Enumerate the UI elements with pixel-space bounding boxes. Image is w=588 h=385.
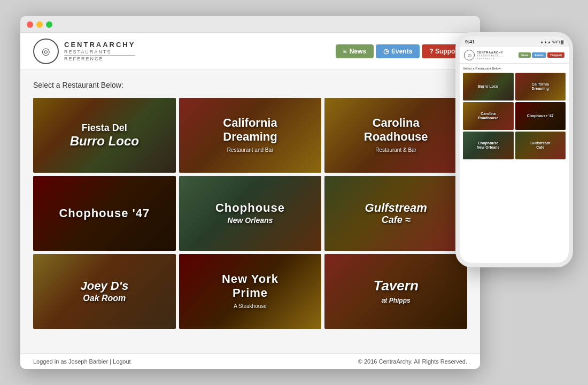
phone-card-overlay: Chophouse '47 — [515, 102, 566, 130]
phone-support-button[interactable]: ?Support — [547, 52, 564, 58]
phone-time: 9:41 — [465, 39, 475, 44]
restaurant-name: GulfstreamCafe ≈ — [360, 201, 432, 226]
maximize-dot[interactable] — [46, 21, 52, 28]
brand-name: CENTRAARCHY — [64, 41, 135, 49]
browser-titlebar — [20, 16, 480, 33]
footer-login: Logged in as Joseph Barbier | Logout — [33, 358, 131, 365]
page-instruction: Select a Restaurant Below: — [33, 81, 467, 89]
nav-buttons: ≡ News ◷ Events ? Support — [336, 44, 467, 58]
phone-logo-text: CENTRAARCHY RESTAURANTS REFERENCE — [477, 51, 504, 60]
restaurant-name: Chophouse '47 — [53, 206, 155, 220]
phone-instruction: Select a Restaurant Below: — [463, 67, 566, 70]
phone-logo-icon: ◎ — [464, 50, 475, 60]
restaurant-card-joey-ds[interactable]: Joey D'sOak Room — [33, 254, 176, 329]
phone-notch: 9:41 ▲▲▲ WiFi ▓ — [460, 36, 569, 47]
phone-card-gulfstream[interactable]: GulfstreamCafe — [515, 132, 566, 159]
restaurant-name: CaliforniaDreamingRestaurant and Bar — [218, 116, 282, 154]
card-overlay: Tavernat Phipps — [324, 254, 467, 329]
phone-brand: CENTRAARCHY — [477, 51, 504, 54]
card-overlay: CaliforniaDreamingRestaurant and Bar — [179, 98, 322, 173]
restaurant-card-chophouse-new-orleans[interactable]: ChophouseNew Orleans — [179, 176, 322, 251]
restaurant-card-california-dreaming[interactable]: CaliforniaDreamingRestaurant and Bar — [179, 98, 322, 173]
restaurant-card-burro-loco[interactable]: Fiesta DelBurro Loco — [33, 98, 176, 173]
phone-card-chophouse47[interactable]: Chophouse '47 — [515, 102, 566, 130]
logout-link[interactable]: Logout — [113, 358, 131, 365]
restaurant-card-chophouse47[interactable]: Chophouse '47 — [33, 176, 176, 251]
browser-window: ◎ CENTRAARCHY RESTAURANTS REFERENCE ≡ Ne… — [20, 16, 480, 369]
phone-card-burro[interactable]: Burro Loco — [463, 73, 514, 101]
minimize-dot[interactable] — [36, 21, 43, 28]
phone-card-name: CaliforniaDreaming — [530, 82, 551, 91]
footer-copyright: © 2016 CentraArchy. All Rights Reserved. — [358, 358, 467, 365]
phone-card-overlay: CaliforniaDreaming — [515, 73, 566, 101]
card-overlay: GulfstreamCafe ≈ — [324, 176, 467, 251]
restaurant-name: Tavernat Phipps — [368, 278, 424, 305]
restaurant-card-gulfstream[interactable]: GulfstreamCafe ≈ — [324, 176, 467, 251]
news-button[interactable]: ≡ News — [336, 44, 374, 58]
phone-card-chophouse-no[interactable]: ChophouseNew Orleans — [463, 132, 514, 159]
restaurant-name: CarolinaRoadhouseRestaurant & Bar — [359, 116, 434, 154]
phone-card-name: ChophouseNew Orleans — [475, 141, 501, 150]
phone-status: ▲▲▲ WiFi ▓ — [540, 40, 563, 44]
logo-area: ◎ CENTRAARCHY RESTAURANTS REFERENCE — [33, 38, 135, 64]
brand-ref: REFERENCE — [64, 55, 135, 62]
app-header: ◎ CENTRAARCHY RESTAURANTS REFERENCE ≡ Ne… — [20, 33, 480, 70]
phone-card-overlay: Burro Loco — [463, 73, 514, 101]
restaurant-grid: Fiesta DelBurro Loco CaliforniaDreamingR… — [33, 98, 467, 329]
phone-card-overlay: GulfstreamCafe — [515, 132, 566, 159]
phone-card-overlay: ChophouseNew Orleans — [463, 132, 514, 159]
restaurant-name: ChophouseNew Orleans — [210, 201, 290, 226]
restaurant-card-carolina-roadhouse[interactable]: CarolinaRoadhouseRestaurant & Bar — [324, 98, 467, 173]
phone-header: ◎ CENTRAARCHY RESTAURANTS REFERENCE News… — [460, 47, 569, 64]
card-overlay: ChophouseNew Orleans — [179, 176, 322, 251]
phone-card-name: CarolinaRoadhouse — [476, 112, 500, 121]
phone-card-california[interactable]: CaliforniaDreaming — [515, 73, 566, 101]
app-footer: Logged in as Joseph Barbier | Logout © 2… — [20, 353, 480, 369]
phone-grid: Burro Loco CaliforniaDreaming CarolinaRo… — [463, 73, 566, 159]
card-overlay: New YorkPrimeA Steakhouse — [179, 254, 322, 329]
card-overlay: Chophouse '47 — [33, 176, 176, 251]
phone-logo-area: ◎ CENTRAARCHY RESTAURANTS REFERENCE — [464, 50, 504, 60]
app-container: ◎ CENTRAARCHY RESTAURANTS REFERENCE ≡ Ne… — [20, 33, 480, 369]
restaurant-name: Fiesta DelBurro Loco — [65, 122, 144, 148]
phone-card-name: Chophouse '47 — [525, 114, 555, 118]
events-button[interactable]: ◷ Events — [376, 44, 420, 58]
phone-card-name: Burro Loco — [476, 84, 500, 89]
phone-main: Select a Restaurant Below: Burro Loco Ca… — [460, 64, 569, 263]
restaurant-name: Joey D'sOak Room — [75, 279, 134, 304]
mobile-phone: 9:41 ▲▲▲ WiFi ▓ ◎ CENTRAARCHY RESTAURANT… — [455, 32, 573, 267]
card-overlay: CarolinaRoadhouseRestaurant & Bar — [324, 98, 467, 173]
restaurant-card-tavern[interactable]: Tavernat Phipps — [324, 254, 467, 329]
restaurant-card-new-york-prime[interactable]: New YorkPrimeA Steakhouse — [179, 254, 322, 329]
phone-card-name: GulfstreamCafe — [529, 141, 552, 150]
logo-text: CENTRAARCHY RESTAURANTS REFERENCE — [64, 41, 135, 61]
phone-events-button[interactable]: Events — [532, 52, 546, 58]
phone-card-overlay: CarolinaRoadhouse — [463, 102, 514, 130]
phone-nav: News Events ?Support — [519, 52, 564, 58]
restaurant-name: New YorkPrimeA Steakhouse — [216, 272, 284, 310]
card-overlay: Joey D'sOak Room — [33, 254, 176, 329]
phone-news-button[interactable]: News — [519, 52, 531, 58]
phone-card-carolina[interactable]: CarolinaRoadhouse — [463, 102, 514, 130]
phone-screen: ◎ CENTRAARCHY RESTAURANTS REFERENCE News… — [460, 47, 569, 263]
card-overlay: Fiesta DelBurro Loco — [33, 98, 176, 173]
main-content: Select a Restaurant Below: Fiesta DelBur… — [20, 70, 480, 353]
phone-ref: REFERENCE — [477, 57, 504, 60]
logo-icon: ◎ — [33, 38, 59, 64]
close-dot[interactable] — [27, 21, 33, 28]
brand-sub: RESTAURANTS — [64, 49, 135, 55]
